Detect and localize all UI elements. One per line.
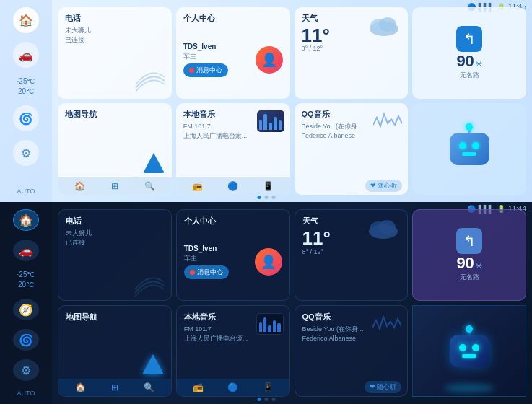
top-pagination <box>257 196 275 199</box>
bottom-music-bottombar: 📻 🔵 📱 <box>177 379 289 396</box>
bottom-main-grid: 电话 未大狮儿 已连接 个人中心 TDS_lven 车主 消息中心 <box>52 202 532 404</box>
bottom-map-card[interactable]: 地图导航 🏠 ⊞ 🔍 <box>58 305 172 397</box>
top-nav-distance-row: 90 米 <box>456 52 481 71</box>
bottom-home-bar-icon[interactable]: 🏠 <box>75 382 86 392</box>
bottom-music-bt-icon[interactable]: 🔵 <box>227 382 238 392</box>
bottom-qq-visual <box>372 313 401 335</box>
top-nav-arrow: ↰ <box>456 26 482 52</box>
top-panel: 🔵 ▌▌▌ 🔋 11:45 🏠 🚗 ·25℃ 20℃ 🌀 ⚙ AUTO 电话 未… <box>0 0 532 202</box>
top-grid-bar-icon[interactable]: ⊞ <box>111 181 118 191</box>
top-robot-antenna <box>468 127 471 133</box>
top-home-bar-icon[interactable]: 🏠 <box>74 181 85 191</box>
bottom-music-home-icon[interactable]: 📻 <box>193 382 204 392</box>
top-msg-center-btn[interactable]: 消息中心 <box>183 63 228 77</box>
top-personal-content: TDS_lven 车主 消息中心 👤 <box>183 26 283 93</box>
bottom-dot-1[interactable] <box>257 398 261 401</box>
svg-point-2 <box>379 17 396 32</box>
bottom-cloud-icon <box>365 216 401 241</box>
top-music-home-icon[interactable]: 📻 <box>192 181 203 191</box>
bottom-phone-contact: 未大狮儿 <box>66 229 164 238</box>
bottom-weather-card[interactable]: 天气 11° 8° / 12° <box>295 209 409 301</box>
bottom-phone-card[interactable]: 电话 未大狮儿 已连接 <box>58 209 172 301</box>
bottom-nav-distance-row: 90 米 <box>456 254 481 273</box>
bottom-weather-range: 8° / 12° <box>302 247 401 257</box>
top-nav-unit: 米 <box>476 60 482 69</box>
bottom-personal-title: 个人中心 <box>184 216 282 227</box>
bottom-map-visual <box>142 354 164 374</box>
bottom-nav-unit: 米 <box>476 262 482 271</box>
bottom-nav-arrow: ↰ <box>456 228 482 254</box>
bottom-nav-distance: 90 <box>456 254 474 273</box>
top-phone-card[interactable]: 电话 未大狮儿 已连接 <box>58 7 172 99</box>
bottom-robot-face <box>450 335 489 367</box>
bottom-qq-card[interactable]: QQ音乐 Beside You (在你身... Federico Albanes… <box>295 305 409 397</box>
bottom-nav-card[interactable]: ↰ 90 米 无名路 <box>412 209 526 301</box>
sidebar-home-icon[interactable]: 🏠 <box>13 7 39 33</box>
top-music-bt-icon[interactable]: 🔵 <box>227 181 238 191</box>
bottom-sidebar-settings-icon[interactable]: ⚙ <box>13 359 39 381</box>
top-nav-distance: 90 <box>456 52 474 71</box>
bottom-robot-card[interactable] <box>412 305 526 397</box>
bottom-music-card[interactable]: 本地音乐 FM 101.7 上海人民广播电台滚... 📻 🔵 📱 <box>176 305 290 397</box>
top-weather-range: 8° / 12° <box>302 45 401 52</box>
bottom-personal-info: TDS_lven 车主 消息中心 <box>184 244 229 280</box>
bottom-music-bar5 <box>277 323 280 332</box>
bottom-dot-3[interactable] <box>271 398 275 401</box>
top-dot-2[interactable] <box>264 196 268 199</box>
bottom-nav-triangle <box>142 354 164 374</box>
bottom-robot-eyes <box>459 344 479 351</box>
bottom-sidebar-nav-icon[interactable]: 🧭 <box>13 299 39 320</box>
sidebar-fan-icon[interactable]: 🌀 <box>13 105 39 131</box>
top-personal-info: TDS_lven 车主 消息中心 <box>183 42 228 78</box>
top-like-btn[interactable]: ❤ 随心听 <box>365 180 403 192</box>
top-music-bar2 <box>263 114 267 130</box>
top-phone-status: 已连接 <box>65 35 165 45</box>
top-robot-mouth <box>462 152 476 156</box>
top-personal-card[interactable]: 个人中心 TDS_lven 车主 消息中心 👤 <box>176 7 290 99</box>
bottom-phone-bg-art <box>131 271 167 297</box>
bottom-grid-bar-icon[interactable]: ⊞ <box>111 382 118 392</box>
top-weather-card[interactable]: 天气 11° 8° / 12° <box>295 7 409 99</box>
bottom-sidebar-temperature: ·25℃ 20℃ <box>17 270 35 290</box>
bottom-music-desc: 上海人民广播电台滚... <box>184 334 282 343</box>
sidebar-mode-label: AUTO <box>17 188 35 195</box>
bottom-sidebar-home-icon[interactable]: 🏠 <box>13 209 39 231</box>
bottom-phone-title: 电话 <box>66 216 164 227</box>
top-music-card[interactable]: 本地音乐 FM 101.7 上海人民广播电台滚... 📻 🔵 📱 <box>176 103 290 195</box>
bottom-pagination <box>257 398 275 401</box>
top-map-card[interactable]: 地图导航 🏠 ⊞ 🔍 <box>58 103 172 195</box>
bottom-like-btn[interactable]: ❤ 随心听 <box>365 381 402 393</box>
sidebar-temperature: ·25℃ 20℃ <box>17 76 35 97</box>
bottom-search-bar-icon[interactable]: 🔍 <box>144 382 154 392</box>
top-dot-3[interactable] <box>271 196 275 199</box>
bottom-sidebar-fan-icon[interactable]: 🌀 <box>13 329 39 351</box>
top-music-bar1 <box>259 120 263 130</box>
sidebar-settings-icon[interactable]: ⚙ <box>13 140 39 166</box>
top-qq-card[interactable]: QQ音乐 Beside You (在你身... Federico Albanes… <box>295 103 409 195</box>
top-music-bottombar: 📻 🔵 📱 <box>176 177 290 195</box>
top-search-bar-icon[interactable]: 🔍 <box>144 181 155 191</box>
bottom-weather-icon-area <box>365 216 401 244</box>
bottom-music-phone-icon[interactable]: 📱 <box>263 382 274 392</box>
top-weather-icon-area <box>366 13 402 41</box>
top-personal-role: 车主 <box>183 52 228 61</box>
bottom-sidebar-car-icon[interactable]: 🚗 <box>13 240 39 261</box>
bottom-msg-center-btn[interactable]: 消息中心 <box>184 265 229 279</box>
top-main-grid: 电话 未大狮儿 已连接 个人中心 TDS_lven 车主 消息中心 <box>52 0 532 202</box>
bottom-music-bar3 <box>268 325 271 332</box>
bottom-robot-mouth <box>462 354 476 358</box>
bottom-msg-dot <box>190 270 195 275</box>
top-robot-card[interactable] <box>412 103 526 195</box>
bottom-personal-card[interactable]: 个人中心 TDS_lven 车主 消息中心 👤 <box>176 209 290 301</box>
bottom-robot-right-eye <box>472 344 479 351</box>
top-sidebar: 🏠 🚗 ·25℃ 20℃ 🌀 ⚙ AUTO <box>0 0 52 202</box>
top-music-phone-icon[interactable]: 📱 <box>263 181 274 191</box>
bottom-robot-glow <box>444 384 494 392</box>
top-nav-card[interactable]: ↰ 90 米 无名路 <box>412 7 526 99</box>
top-music-visual <box>257 110 284 132</box>
top-nav-road: 无名路 <box>460 71 479 80</box>
sidebar-car-icon[interactable]: 🚗 <box>13 42 39 68</box>
top-dot-1[interactable] <box>257 196 261 199</box>
bottom-dot-2[interactable] <box>264 398 268 401</box>
top-robot-face <box>450 133 489 165</box>
